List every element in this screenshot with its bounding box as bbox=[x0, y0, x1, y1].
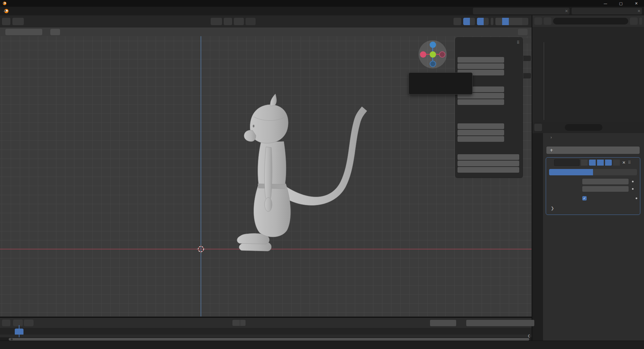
lock-icon[interactable] bbox=[506, 124, 511, 129]
dimensions-z-field[interactable] bbox=[458, 167, 519, 173]
options-dropdown[interactable] bbox=[518, 29, 528, 35]
dimensions-y-field[interactable] bbox=[458, 161, 519, 166]
simple-button[interactable] bbox=[593, 169, 637, 175]
mode-dropdown[interactable] bbox=[12, 18, 24, 25]
orientation-dropdown[interactable] bbox=[211, 18, 222, 25]
outliner-search[interactable] bbox=[553, 18, 628, 24]
lock-icon[interactable] bbox=[506, 58, 511, 62]
gizmo-z-ball[interactable] bbox=[430, 42, 436, 48]
pivot-dropdown[interactable] bbox=[224, 18, 232, 25]
minimize-button[interactable]: — bbox=[598, 0, 613, 7]
auto-keying-button[interactable] bbox=[232, 320, 240, 326]
shading-solid-button[interactable] bbox=[502, 18, 509, 25]
dimensions-x-field[interactable] bbox=[458, 154, 519, 160]
animate-dot[interactable] bbox=[636, 197, 637, 199]
advanced-expand-icon[interactable]: ❯ bbox=[551, 206, 554, 211]
lock-icon[interactable] bbox=[506, 87, 511, 92]
overlays-icon bbox=[477, 18, 484, 25]
new-collection-button[interactable] bbox=[639, 17, 642, 25]
tab-view[interactable] bbox=[523, 73, 531, 78]
keying-set-dropdown[interactable] bbox=[240, 320, 246, 326]
modifier-name-field[interactable] bbox=[554, 159, 580, 166]
modifier-realtime-toggle[interactable] bbox=[597, 160, 604, 166]
xray-toggle[interactable] bbox=[491, 18, 493, 25]
new-viewlayer-icon[interactable] bbox=[633, 8, 636, 14]
lock-icon[interactable] bbox=[506, 64, 511, 69]
location-y-field[interactable] bbox=[458, 63, 504, 69]
orientation-setting-dropdown[interactable] bbox=[5, 29, 42, 35]
close-button[interactable]: ✕ bbox=[629, 0, 644, 7]
shading-material-button[interactable] bbox=[509, 18, 516, 25]
shading-dropdown[interactable] bbox=[522, 19, 528, 24]
animate-dot[interactable] bbox=[632, 181, 634, 182]
scale-z-field[interactable] bbox=[458, 136, 504, 142]
panel-collapse-icon[interactable] bbox=[459, 40, 462, 44]
playback-menu[interactable] bbox=[13, 319, 23, 326]
rotation-mode-dropdown[interactable] bbox=[458, 107, 520, 113]
scene-selector[interactable]: ✕ bbox=[473, 8, 570, 14]
properties-editor-type[interactable] bbox=[534, 124, 542, 131]
snap-controls[interactable] bbox=[234, 18, 244, 25]
properties-search[interactable] bbox=[565, 124, 602, 131]
gizmo-x-ball[interactable] bbox=[420, 51, 426, 58]
navigation-gizmo[interactable] bbox=[419, 40, 447, 68]
timeline-editor-type[interactable] bbox=[2, 319, 10, 326]
keying-menu[interactable] bbox=[24, 319, 34, 326]
current-frame-field[interactable] bbox=[430, 320, 456, 326]
viewlayer-browse-icon[interactable] bbox=[572, 8, 578, 14]
panel-drag-handle[interactable]: ⠿ bbox=[517, 40, 520, 45]
catmull-clark-button[interactable] bbox=[549, 169, 593, 175]
proportional-editing[interactable] bbox=[246, 18, 256, 25]
unlink-scene-icon[interactable]: ✕ bbox=[564, 8, 570, 14]
visibility-dropdown[interactable] bbox=[453, 18, 461, 25]
arm bbox=[265, 147, 272, 200]
gizmos-toggle[interactable] bbox=[463, 18, 475, 25]
overlays-toggle[interactable] bbox=[477, 18, 489, 25]
scale-x-field[interactable] bbox=[458, 123, 504, 129]
drag-dropdown[interactable] bbox=[50, 29, 60, 35]
pin-icon[interactable] bbox=[558, 8, 561, 14]
animate-dot[interactable] bbox=[632, 188, 634, 190]
levels-viewport-field[interactable] bbox=[582, 179, 629, 184]
shading-rendered-button[interactable] bbox=[516, 18, 522, 25]
tail bbox=[282, 107, 367, 205]
optimal-display-checkbox[interactable]: ✓ bbox=[582, 196, 587, 200]
location-x-field[interactable] bbox=[458, 57, 504, 63]
modifier-editmode-toggle[interactable] bbox=[581, 160, 588, 166]
gizmo-x-neg-ball[interactable] bbox=[439, 51, 445, 58]
modifier-collapse-icon[interactable] bbox=[548, 161, 551, 164]
outliner-filter-mode[interactable] bbox=[544, 17, 551, 25]
breadcrumb-separator-icon: › bbox=[550, 135, 552, 140]
modifier-render-toggle[interactable] bbox=[605, 160, 612, 166]
modifier-cage-toggle[interactable] bbox=[589, 160, 596, 166]
tab-item[interactable] bbox=[523, 38, 531, 44]
lock-icon[interactable] bbox=[506, 100, 511, 105]
maximize-button[interactable]: ▢ bbox=[613, 0, 629, 7]
editor-type-button[interactable] bbox=[2, 18, 10, 25]
modifier-drag-handle[interactable]: ⠿ bbox=[628, 160, 631, 165]
viewlayer-selector[interactable]: ✕ bbox=[572, 8, 642, 14]
modifier-extras-dropdown[interactable] bbox=[613, 160, 620, 166]
new-scene-icon[interactable] bbox=[561, 8, 564, 14]
outliner-display-mode[interactable] bbox=[534, 17, 542, 25]
lock-icon[interactable] bbox=[506, 130, 511, 135]
lock-icon[interactable] bbox=[506, 70, 511, 75]
gizmo-z-neg-ball[interactable] bbox=[430, 61, 436, 67]
add-modifier-button[interactable]: + bbox=[546, 147, 640, 154]
end-frame-field[interactable] bbox=[499, 320, 534, 326]
lock-icon[interactable] bbox=[506, 137, 511, 141]
modifier-delete-button[interactable]: ✕ bbox=[621, 160, 627, 165]
scale-y-field[interactable] bbox=[458, 130, 504, 135]
outliner-filter-button[interactable] bbox=[630, 17, 638, 25]
scene-browse-icon[interactable] bbox=[473, 8, 479, 14]
rotation-z-field[interactable] bbox=[458, 99, 504, 105]
collapse-arrow-icon[interactable]: ❮ bbox=[528, 334, 530, 338]
lock-icon[interactable] bbox=[506, 94, 511, 98]
blender-menu-icon[interactable] bbox=[3, 8, 9, 14]
remove-viewlayer-icon[interactable]: ✕ bbox=[636, 8, 642, 14]
gizmo-y-ball[interactable] bbox=[430, 51, 436, 58]
shading-wireframe-button[interactable] bbox=[495, 18, 502, 25]
render-levels-field[interactable] bbox=[582, 186, 629, 192]
properties-options-icon[interactable] bbox=[639, 126, 642, 129]
tab-tool[interactable] bbox=[523, 56, 531, 61]
